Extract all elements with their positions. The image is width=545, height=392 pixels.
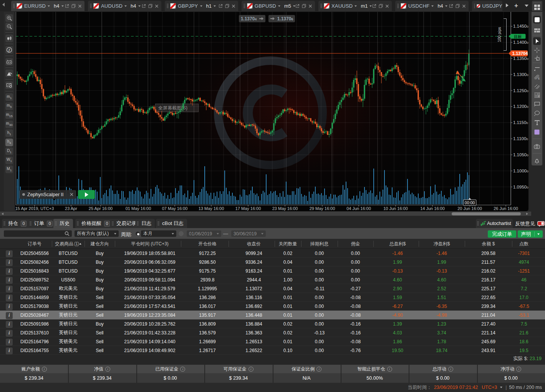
svg-text:1.11000: 1.11000 bbox=[513, 136, 528, 141]
svg-text:E: E bbox=[538, 77, 540, 80]
svg-text:1.14500: 1.14500 bbox=[513, 24, 528, 28]
svg-text:100 pips: 100 pips bbox=[497, 27, 502, 42]
svg-text:26 Jun 16:00: 26 Jun 16:00 bbox=[494, 206, 518, 211]
svg-text:1.10000: 1.10000 bbox=[513, 169, 528, 173]
svg-text:13 May 16:00: 13 May 16:00 bbox=[199, 206, 224, 211]
svg-text:1.10500: 1.10500 bbox=[513, 152, 528, 157]
svg-text:1.13000: 1.13000 bbox=[513, 72, 528, 77]
svg-text:F: F bbox=[538, 95, 540, 98]
svg-text:20 Jun 16:00: 20 Jun 16:00 bbox=[457, 206, 482, 211]
svg-text:23 May 16:00: 23 May 16:00 bbox=[272, 206, 298, 211]
svg-text:29 May 16:00: 29 May 16:00 bbox=[310, 206, 335, 211]
svg-text:25 Apr 16:00: 25 Apr 16:00 bbox=[89, 206, 113, 211]
svg-text:00:00: 00:00 bbox=[465, 200, 475, 205]
svg-text:1.12000: 1.12000 bbox=[513, 104, 528, 109]
svg-text:1.11500: 1.11500 bbox=[513, 120, 528, 125]
svg-text:07 May 16:00: 07 May 16:00 bbox=[162, 206, 188, 211]
svg-text:14 Jun 16:00: 14 Jun 16:00 bbox=[420, 206, 445, 211]
svg-text:f: f bbox=[8, 48, 10, 52]
svg-text:1.09500: 1.09500 bbox=[513, 185, 528, 189]
svg-text:01 May 16:00: 01 May 16:00 bbox=[126, 206, 151, 211]
svg-text:10 Jun 16:00: 10 Jun 16:00 bbox=[383, 206, 408, 211]
svg-text:1.13500: 1.13500 bbox=[513, 56, 528, 61]
svg-text:1.14000: 1.14000 bbox=[513, 40, 528, 45]
svg-text:目标: 目标 bbox=[514, 35, 522, 39]
svg-text:17 May 16:00: 17 May 16:00 bbox=[235, 206, 261, 211]
svg-text:1.13704: 1.13704 bbox=[512, 51, 528, 56]
svg-text:1.12500: 1.12500 bbox=[513, 88, 528, 93]
svg-text:23 Apr: 23 Apr bbox=[65, 206, 77, 211]
svg-text:15 Apr 2019, UTC+3: 15 Apr 2019, UTC+3 bbox=[15, 206, 54, 211]
svg-text:04 Jun 16:00: 04 Jun 16:00 bbox=[346, 206, 371, 211]
